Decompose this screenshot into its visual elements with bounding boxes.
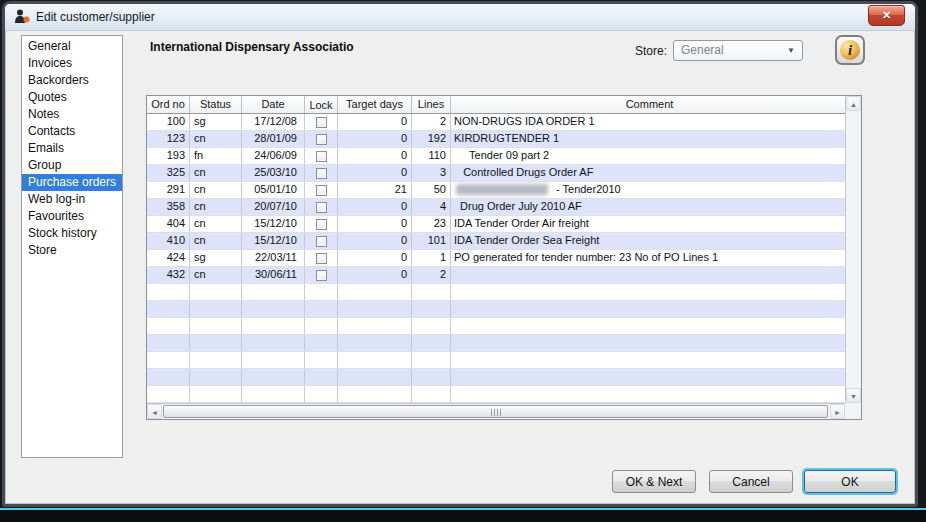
cell-empty	[338, 318, 412, 334]
cell-empty	[338, 369, 412, 385]
cell-empty	[190, 318, 242, 334]
lock-checkbox[interactable]	[316, 236, 327, 247]
cell-date: 22/03/11	[242, 250, 305, 266]
cell-empty	[242, 386, 305, 402]
cell-lock	[305, 199, 338, 215]
sidebar-item-backorders[interactable]: Backorders	[22, 72, 122, 89]
redacted-text	[456, 184, 548, 195]
cell-empty	[338, 284, 412, 300]
lock-checkbox[interactable]	[316, 134, 327, 145]
cell-target-days: 0	[338, 250, 412, 266]
cell-empty	[242, 301, 305, 317]
table-row[interactable]: 291cn05/01/102150- Tender2010	[147, 182, 845, 199]
lock-checkbox[interactable]	[316, 202, 327, 213]
horizontal-scroll-thumb[interactable]	[163, 405, 828, 418]
info-button[interactable]: i	[835, 35, 865, 65]
lock-checkbox[interactable]	[316, 151, 327, 162]
cancel-button[interactable]: Cancel	[709, 470, 793, 493]
vertical-scrollbar[interactable]: ▲ ▼	[845, 96, 861, 403]
cell-status: sg	[190, 114, 242, 130]
cell-empty	[412, 386, 451, 402]
cell-date: 25/03/10	[242, 165, 305, 181]
sidebar-item-notes[interactable]: Notes	[22, 106, 122, 123]
horizontal-scrollbar[interactable]: ◄ ►	[147, 403, 845, 419]
cell-date: 20/07/10	[242, 199, 305, 215]
cell-lock	[305, 182, 338, 198]
table-row[interactable]: 123cn28/01/090192KIRDRUGTENDER 1	[147, 131, 845, 148]
sidebar-item-favourites[interactable]: Favourites	[22, 208, 122, 225]
cell-lock	[305, 233, 338, 249]
table-row[interactable]: 193fn24/06/090110 Tender 09 part 2	[147, 148, 845, 165]
sidebar-item-store[interactable]: Store	[22, 242, 122, 259]
cell-empty	[451, 318, 845, 334]
sidebar-item-general[interactable]: General	[22, 38, 122, 55]
column-header-lock[interactable]: Lock	[305, 96, 338, 113]
comment-text: NON-DRUGS IDA ORDER 1	[454, 115, 595, 127]
column-header-target[interactable]: Target days	[338, 96, 412, 113]
cell-comment: - Tender2010	[451, 182, 845, 198]
column-header-ord[interactable]: Ord no	[147, 96, 190, 113]
cell-status: cn	[190, 182, 242, 198]
cell-ord-no: 358	[147, 199, 190, 215]
sidebar-item-stock-history[interactable]: Stock history	[22, 225, 122, 242]
sidebar-item-web-log-in[interactable]: Web log-in	[22, 191, 122, 208]
cell-empty	[190, 352, 242, 368]
cell-comment: IDA Tender Order Air freight	[451, 216, 845, 232]
lock-checkbox[interactable]	[316, 270, 327, 281]
cell-ord-no: 291	[147, 182, 190, 198]
table-row[interactable]: 424sg22/03/1101PO generated for tender n…	[147, 250, 845, 267]
lock-checkbox[interactable]	[316, 117, 327, 128]
scroll-right-icon[interactable]: ►	[830, 404, 845, 419]
ok-button[interactable]: OK	[804, 470, 896, 493]
cell-lock	[305, 250, 338, 266]
cell-target-days: 0	[338, 114, 412, 130]
sidebar-item-contacts[interactable]: Contacts	[22, 123, 122, 140]
sidebar-item-group[interactable]: Group	[22, 157, 122, 174]
cell-empty	[190, 335, 242, 351]
lock-checkbox[interactable]	[316, 185, 327, 196]
store-dropdown[interactable]: General ▼	[673, 40, 803, 61]
column-header-comment[interactable]: Comment	[451, 96, 845, 113]
lock-checkbox[interactable]	[316, 168, 327, 179]
table-row[interactable]: 404cn15/12/10023IDA Tender Order Air fre…	[147, 216, 845, 233]
cell-target-days: 0	[338, 131, 412, 147]
column-header-lines[interactable]: Lines	[412, 96, 451, 113]
cell-status: cn	[190, 199, 242, 215]
cell-target-days: 0	[338, 148, 412, 164]
ok-and-next-button[interactable]: OK & Next	[612, 470, 696, 493]
cell-lines: 23	[412, 216, 451, 232]
table-row[interactable]: 432cn30/06/1102	[147, 267, 845, 284]
lock-checkbox[interactable]	[316, 219, 327, 230]
table-row[interactable]: 410cn15/12/100101IDA Tender Order Sea Fr…	[147, 233, 845, 250]
cell-empty	[451, 301, 845, 317]
cell-status: cn	[190, 233, 242, 249]
table-body: 100sg17/12/0802NON-DRUGS IDA ORDER 1123c…	[147, 114, 845, 403]
scroll-up-icon[interactable]: ▲	[846, 96, 861, 111]
customer-icon	[13, 8, 31, 26]
cell-empty	[305, 386, 338, 402]
lock-checkbox[interactable]	[316, 253, 327, 264]
cell-date: 24/06/09	[242, 148, 305, 164]
cell-ord-no: 410	[147, 233, 190, 249]
sidebar-item-quotes[interactable]: Quotes	[22, 89, 122, 106]
table-row[interactable]: 358cn20/07/1004 Drug Order July 2010 AF	[147, 199, 845, 216]
sidebar-item-purchase-orders[interactable]: Purchase orders	[22, 174, 122, 191]
table-row[interactable]: 100sg17/12/0802NON-DRUGS IDA ORDER 1	[147, 114, 845, 131]
table-row[interactable]: 325cn25/03/1003 Controlled Drugs Order A…	[147, 165, 845, 182]
cell-status: fn	[190, 148, 242, 164]
table-row-empty	[147, 318, 845, 335]
cell-target-days: 0	[338, 165, 412, 181]
column-header-date[interactable]: Date	[242, 96, 305, 113]
sidebar-item-invoices[interactable]: Invoices	[22, 55, 122, 72]
cell-comment: KIRDRUGTENDER 1	[451, 131, 845, 147]
scroll-down-icon[interactable]: ▼	[846, 388, 861, 403]
store-label: Store:	[625, 44, 667, 58]
sidebar-item-emails[interactable]: Emails	[22, 140, 122, 157]
scroll-left-icon[interactable]: ◄	[147, 404, 162, 419]
column-header-status[interactable]: Status	[190, 96, 242, 113]
close-icon[interactable]: ✕	[868, 5, 905, 26]
sidebar: GeneralInvoicesBackordersQuotesNotesCont…	[21, 35, 123, 458]
cell-ord-no: 123	[147, 131, 190, 147]
table-header-row: Ord noStatusDateLockTarget daysLinesComm…	[147, 96, 845, 114]
window-title: Edit customer/supplier	[36, 4, 155, 30]
